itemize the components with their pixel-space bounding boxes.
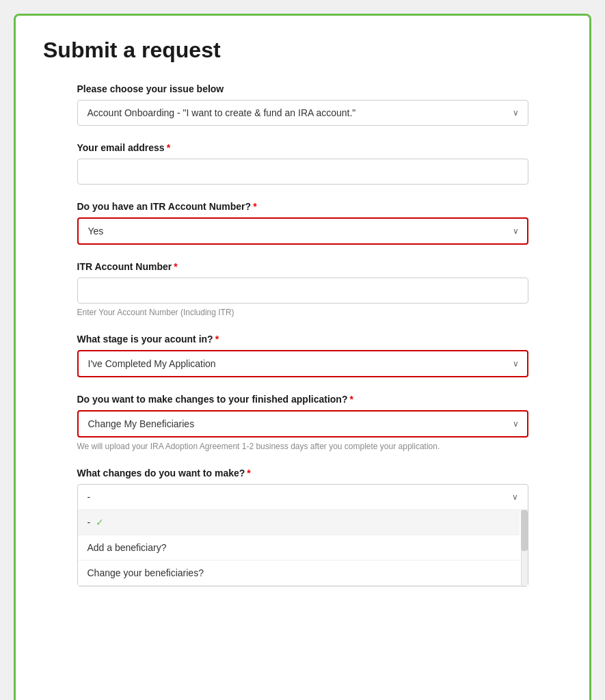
scrollbar-track — [521, 510, 528, 586]
itr-number-label: ITR Account Number* — [77, 261, 528, 272]
changes-select-wrapper: Change My Beneficiaries ∨ — [77, 410, 528, 438]
what-changes-label: What changes do you want to make?* — [77, 468, 528, 479]
what-changes-chevron-icon: ∨ — [512, 492, 518, 502]
stage-group: What stage is your acount in?* I've Comp… — [77, 334, 528, 377]
email-group: Your email address* — [77, 142, 528, 185]
itr-account-label: Do you have an ITR Account Number?* — [77, 201, 528, 212]
stage-select-wrapper: I've Completed My Application ∨ — [77, 350, 528, 377]
itr-account-select[interactable]: Yes — [77, 217, 528, 245]
scrollbar-thumb[interactable] — [521, 510, 528, 551]
changes-hint: We will upload your IRA Adoption Agreeme… — [77, 442, 528, 451]
check-mark-icon: ✓ — [96, 517, 104, 528]
what-changes-option-change[interactable]: Change your beneficiaries? — [78, 561, 520, 586]
form-container: Please choose your issue below Account O… — [77, 83, 528, 587]
what-changes-option-default[interactable]: - ✓ — [78, 510, 520, 535]
issue-select[interactable]: Account Onboarding - "I want to create &… — [77, 100, 528, 126]
what-changes-dropdown[interactable]: - ∨ - ✓ Add a beneficiary? Change your b… — [77, 484, 528, 587]
itr-account-select-wrapper: Yes ∨ — [77, 217, 528, 245]
page-title: Submit a request — [43, 38, 562, 63]
itr-account-group: Do you have an ITR Account Number?* Yes … — [77, 201, 528, 245]
itr-number-hint: Enter Your Account Number (Including ITR… — [77, 308, 528, 317]
issue-select-wrapper: Account Onboarding - "I want to create &… — [77, 100, 528, 126]
option-add-label: Add a beneficiary? — [88, 542, 167, 553]
changes-group: Do you want to make changes to your fini… — [77, 394, 528, 451]
stage-label: What stage is your acount in?* — [77, 334, 528, 345]
email-label: Your email address* — [77, 142, 528, 153]
itr-number-input[interactable] — [77, 278, 528, 304]
what-changes-option-add[interactable]: Add a beneficiary? — [78, 535, 520, 561]
itr-number-group: ITR Account Number* Enter Your Account N… — [77, 261, 528, 317]
what-changes-options: - ✓ Add a beneficiary? Change your benef… — [78, 510, 528, 586]
changes-label: Do you want to make changes to your fini… — [77, 394, 528, 405]
changes-select[interactable]: Change My Beneficiaries — [77, 410, 528, 438]
what-changes-group: What changes do you want to make?* - ∨ -… — [77, 468, 528, 587]
option-dash: - — [88, 517, 91, 528]
issue-group: Please choose your issue below Account O… — [77, 83, 528, 126]
issue-label: Please choose your issue below — [77, 83, 528, 94]
page-wrapper: Submit a request Please choose your issu… — [14, 14, 591, 700]
what-changes-selected-value: - — [88, 492, 91, 502]
what-changes-selected-row[interactable]: - ∨ — [78, 485, 528, 510]
option-change-label: Change your beneficiaries? — [88, 567, 204, 578]
stage-select[interactable]: I've Completed My Application — [77, 350, 528, 377]
email-input[interactable] — [77, 159, 528, 185]
